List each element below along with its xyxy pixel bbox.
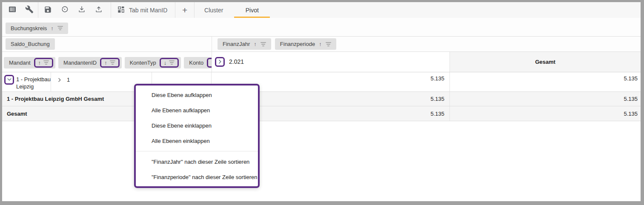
- menu-separator: [136, 151, 258, 151]
- filter-icon: [326, 42, 331, 46]
- add-tab-button[interactable]: +: [175, 2, 194, 18]
- measure-column-fields-row: Saldo_Buchung FinanzJahr ↑ Finanzperiode…: [2, 37, 641, 52]
- field-label: MandantenID: [63, 60, 97, 66]
- pivot-data-row: 1 - Projektbau Leipzig GmbH 1 5.135 5.13…: [2, 72, 641, 92]
- tab-cluster-label: Cluster: [204, 7, 223, 14]
- year-value: 5.135: [212, 75, 444, 82]
- year-column-header-cell: 2.021: [212, 52, 450, 72]
- download-icon: [77, 5, 86, 15]
- sort-ascending-icon: ↑: [319, 41, 322, 47]
- menu-item-sort-finanzjahr[interactable]: "FinanzJahr" nach dieser Zeile sortieren: [136, 154, 258, 169]
- field-chip-kontentyp[interactable]: KontenTyp ↓: [125, 57, 181, 68]
- history-icon: [60, 5, 69, 15]
- field-chip-finanzperiode[interactable]: Finanzperiode ↑: [275, 38, 336, 50]
- menu-item-collapse-level[interactable]: Diese Ebene einklappen: [136, 118, 258, 133]
- field-label: Mandant: [9, 60, 31, 66]
- tab-cluster[interactable]: Cluster: [195, 2, 233, 18]
- total-value-cell: 5.135: [450, 106, 641, 121]
- sort-ascending-icon: ↑: [38, 60, 41, 65]
- tab-pivot-label: Pivot: [246, 7, 259, 14]
- filter-icon: [43, 60, 49, 65]
- year-column-header: 2.021: [229, 58, 244, 65]
- row-collapse-button[interactable]: [4, 75, 14, 85]
- field-chip-mandantenid[interactable]: MandantenID ↑: [58, 57, 122, 68]
- pivot-page: Tab mit ManID + Cluster Pivot Buchungskr…: [2, 2, 641, 201]
- upload-icon: [94, 5, 103, 15]
- kontentyp-sort-filter-button[interactable]: ↓: [160, 58, 179, 68]
- app-window: Tab mit ManID + Cluster Pivot Buchungskr…: [0, 0, 644, 205]
- filter-area-row: Buchungskreis ↑: [2, 18, 641, 37]
- chevron-down-icon: [7, 77, 11, 83]
- row-context-menu: Diese Ebene aufklappen Alle Ebenen aufkl…: [134, 84, 260, 188]
- field-chip-buchungskreis[interactable]: Buchungskreis ↑: [6, 23, 68, 34]
- pivot-grand-total-row: Gesamt 5.135 5.135: [2, 106, 641, 121]
- panel-icon: [8, 5, 17, 15]
- history-button[interactable]: [56, 2, 73, 18]
- chevron-right-icon[interactable]: [57, 76, 62, 84]
- menu-item-expand-level[interactable]: Diese Ebene aufklappen: [136, 87, 258, 102]
- row-fields-area: Mandant ↑ MandantenID ↑ KontenTyp: [2, 52, 212, 72]
- wrench-icon: [25, 5, 34, 15]
- total-value: 5.135: [624, 111, 638, 117]
- total-column-header: Gesamt: [535, 58, 555, 65]
- field-label: FinanzJahr: [223, 41, 250, 47]
- menu-item-sort-finanzperiode[interactable]: "Finanzperiode" nach dieser Zeile sortie…: [136, 169, 258, 185]
- tab-mit-manid-label: Tab mit ManID: [129, 7, 167, 14]
- filter-icon: [260, 42, 266, 46]
- field-label: KontenTyp: [130, 60, 156, 66]
- total-value-cell: 5.135: [450, 92, 641, 106]
- filter-icon: [57, 26, 63, 30]
- toolbar-separator: [38, 2, 38, 18]
- tab-mit-manid-button[interactable]: Tab mit ManID: [111, 2, 175, 18]
- save-icon: [44, 6, 52, 15]
- chevron-right-icon: [218, 59, 222, 65]
- total-column-header-cell: Gesamt: [450, 52, 641, 72]
- total-value-cell: 5.135: [450, 72, 641, 91]
- toolbar: Tab mit ManID + Cluster Pivot: [2, 2, 641, 18]
- mandantenid-value: 1: [67, 76, 70, 83]
- column-fields-area: FinanzJahr ↑ Finanzperiode ↑: [212, 37, 641, 51]
- year-value: 5.135: [430, 111, 444, 117]
- mandant-sort-filter-button[interactable]: ↑: [34, 58, 54, 68]
- sort-ascending-icon: ↑: [51, 26, 54, 31]
- field-label: Konto: [189, 60, 203, 66]
- pivot-header-row: Mandant ↑ MandantenID ↑ KontenTyp: [2, 52, 641, 72]
- tab-pivot[interactable]: Pivot: [233, 2, 271, 18]
- menu-item-expand-all[interactable]: Alle Ebenen aufklappen: [136, 102, 258, 118]
- mandant-cell: 1 - Projektbau Leipzig GmbH: [2, 72, 51, 91]
- settings-button[interactable]: [21, 2, 38, 18]
- upload-button[interactable]: [90, 2, 107, 18]
- sort-descending-icon: ↓: [164, 60, 167, 65]
- total-value: 5.135: [450, 75, 638, 82]
- mandantenid-sort-filter-button[interactable]: ↑: [100, 58, 120, 68]
- sort-ascending-icon: ↑: [254, 41, 257, 47]
- filter-icon: [110, 60, 115, 65]
- download-button[interactable]: [73, 2, 90, 18]
- subtotal-label: 1 - Projektbau Leipzig GmbH Gesamt: [7, 95, 104, 102]
- field-chip-mandant[interactable]: Mandant ↑: [4, 57, 55, 68]
- sort-ascending-icon: ↑: [104, 60, 107, 65]
- menu-item-collapse-all[interactable]: Alle Ebenen einklappen: [136, 133, 258, 148]
- save-button[interactable]: [39, 2, 56, 18]
- year-expand-button[interactable]: [215, 57, 225, 67]
- year-value: 5.135: [430, 96, 444, 102]
- grand-total-label: Gesamt: [7, 110, 27, 117]
- field-label: Buchungskreis: [11, 25, 47, 31]
- measure-area: Saldo_Buchung: [2, 37, 212, 51]
- filter-icon: [169, 60, 175, 65]
- field-chip-finanzjahr[interactable]: FinanzJahr ↑: [218, 38, 271, 50]
- measure-label: Saldo_Buchung: [11, 41, 50, 47]
- dashboard-grid-icon: [117, 6, 125, 15]
- pivot-subtotal-row: 1 - Projektbau Leipzig GmbH Gesamt 5.135…: [2, 92, 641, 106]
- total-value: 5.135: [624, 96, 638, 102]
- field-label: Finanzperiode: [280, 41, 315, 47]
- panel-toggle-button[interactable]: [4, 2, 21, 18]
- measure-chip-saldo-buchung[interactable]: Saldo_Buchung: [6, 38, 55, 50]
